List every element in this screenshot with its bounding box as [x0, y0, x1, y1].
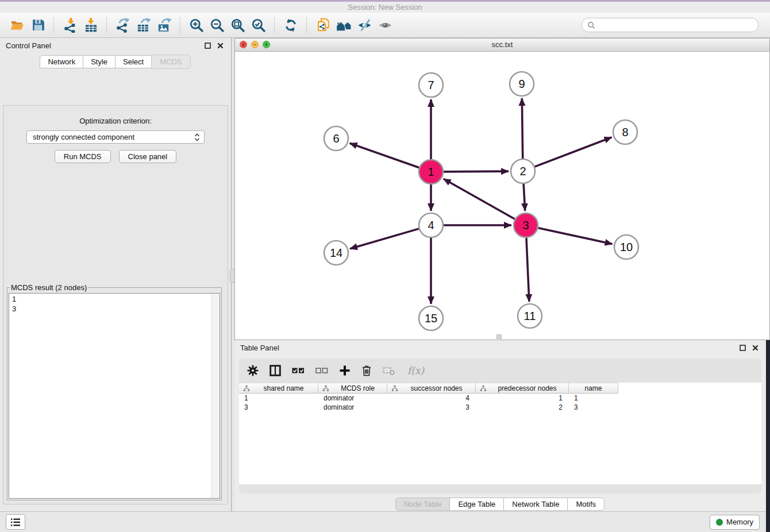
tab-mcds[interactable]: MCDS [151, 55, 190, 69]
graph-node-8[interactable]: 8 [613, 120, 637, 144]
refresh-view-button[interactable] [280, 15, 301, 36]
list-menu-icon [10, 518, 21, 527]
tab-network[interactable]: Network [40, 55, 83, 68]
control-panel-tabs: NetworkStyleSelectMCDS [0, 55, 231, 67]
cell-shared-name: 1 [239, 394, 318, 402]
float-table-panel-button[interactable] [737, 342, 748, 353]
tab-edge-table[interactable]: Edge Table [449, 498, 504, 511]
tab-select[interactable]: Select [115, 55, 152, 68]
select-all-button[interactable] [292, 366, 305, 375]
cell-shared-name: 3 [239, 403, 318, 411]
graph-node-9[interactable]: 9 [510, 72, 534, 96]
tab-style[interactable]: Style [83, 55, 116, 68]
settings-gear-button[interactable] [247, 365, 259, 376]
import-network-icon [63, 17, 78, 33]
network-overview-button[interactable] [333, 15, 354, 36]
close-table-panel-button[interactable] [750, 342, 760, 353]
graph-edge-3-10[interactable] [538, 228, 612, 244]
column-header-predecessor-nodes[interactable]: predecessor nodes [476, 383, 569, 394]
graph-edge-1-6[interactable] [350, 143, 419, 167]
optimization-criterion-select[interactable]: strongly connected component [26, 130, 205, 144]
graph-edge-3-1[interactable] [444, 179, 515, 219]
toolbar-separator [306, 17, 307, 33]
graph-node-15[interactable]: 15 [419, 306, 443, 330]
graph-edge-1-2[interactable] [444, 171, 509, 172]
search-field[interactable] [582, 18, 759, 32]
zoom-fit-button[interactable] [228, 15, 248, 36]
minimize-window-button[interactable]: – [251, 41, 259, 48]
toolbar-separator [53, 17, 55, 33]
zoom-out-button[interactable] [207, 15, 228, 36]
table-row[interactable]: 1dominator411 [239, 394, 761, 403]
graph-edge-2-3[interactable] [523, 184, 525, 211]
graph-node-2[interactable]: 2 [511, 159, 535, 183]
graph-node-14[interactable]: 14 [324, 241, 348, 265]
zoom-in-button[interactable] [186, 15, 207, 36]
memory-button[interactable]: Memory [710, 515, 760, 530]
toggle-columns-icon [270, 365, 281, 376]
zoom-selected-button[interactable] [248, 15, 269, 36]
show-graphics-button[interactable] [375, 15, 395, 36]
column-header-shared-name[interactable]: shared name [239, 383, 318, 394]
open-session-button[interactable] [7, 15, 28, 36]
mcds-result-list[interactable]: 13 [9, 293, 220, 499]
close-window-button[interactable]: x [240, 41, 247, 48]
close-panel-action-button[interactable]: Close panel [119, 150, 177, 163]
graph-edge-2-9[interactable] [522, 98, 522, 159]
tree-icon [391, 385, 398, 392]
graph-node-11[interactable]: 11 [518, 304, 542, 328]
tab-node-table[interactable]: Node Table [395, 498, 451, 511]
delete-button[interactable] [361, 365, 372, 376]
graph-node-7[interactable]: 7 [419, 73, 443, 97]
svg-text:6: 6 [333, 132, 339, 145]
add-button[interactable] [339, 365, 351, 376]
column-header-mcds-role[interactable]: MCDS role [318, 383, 387, 394]
graph-edge-4-14[interactable] [350, 229, 419, 249]
table-row[interactable]: 3dominator323 [239, 403, 761, 412]
export-image-icon [157, 17, 172, 33]
toggle-columns-button[interactable] [270, 365, 281, 376]
memory-status-dot-icon [716, 519, 723, 526]
network-canvas[interactable]: 7968124314101511 [235, 52, 769, 340]
zoom-out-icon [210, 18, 225, 33]
export-network-button[interactable] [113, 15, 133, 36]
mcds-result-line: 1 [12, 294, 220, 304]
run-mcds-button[interactable]: Run MCDS [55, 150, 111, 163]
svg-text:7: 7 [428, 79, 434, 91]
graph-node-3[interactable]: 3 [514, 213, 538, 237]
float-panel-button[interactable] [202, 40, 213, 51]
result-scrollbar[interactable] [211, 294, 220, 498]
hide-graphics-button[interactable] [354, 15, 375, 36]
network-window-titlebar: x – + scc.txt [235, 38, 769, 52]
export-table-button[interactable] [133, 15, 154, 36]
column-header-name[interactable]: name [569, 383, 618, 394]
float-icon [740, 345, 746, 351]
column-header-successor-nodes[interactable]: successor nodes [387, 383, 476, 394]
column-header-label: MCDS role [331, 384, 384, 392]
copy-network-button[interactable] [313, 15, 333, 36]
zoom-selected-icon [251, 18, 266, 33]
graph-node-10[interactable]: 10 [614, 235, 638, 259]
open-session-icon [10, 18, 25, 33]
graph-node-4[interactable]: 4 [419, 213, 443, 237]
graph-edge-2-8[interactable] [535, 137, 612, 167]
delete-icon [361, 365, 372, 376]
export-image-button[interactable] [154, 15, 175, 36]
save-session-button[interactable] [28, 15, 48, 36]
unselect-all-button[interactable] [315, 366, 328, 375]
canvas-resize-handle[interactable] [496, 334, 502, 339]
import-table-button[interactable] [80, 15, 101, 36]
tree-icon [480, 385, 487, 392]
graph-node-6[interactable]: 6 [324, 126, 348, 151]
close-panel-button[interactable] [215, 40, 225, 51]
tree-icon [243, 385, 250, 392]
table-panel-title: Table Panel [240, 344, 279, 352]
graph-edge-3-11[interactable] [526, 238, 529, 302]
import-network-button[interactable] [60, 15, 80, 36]
task-history-button[interactable] [6, 514, 25, 530]
search-input[interactable] [598, 20, 753, 30]
tab-motifs[interactable]: Motifs [567, 498, 605, 511]
zoom-window-button[interactable]: + [263, 41, 270, 48]
tab-network-table[interactable]: Network Table [503, 498, 568, 511]
graph-node-1[interactable]: 1 [419, 160, 443, 184]
